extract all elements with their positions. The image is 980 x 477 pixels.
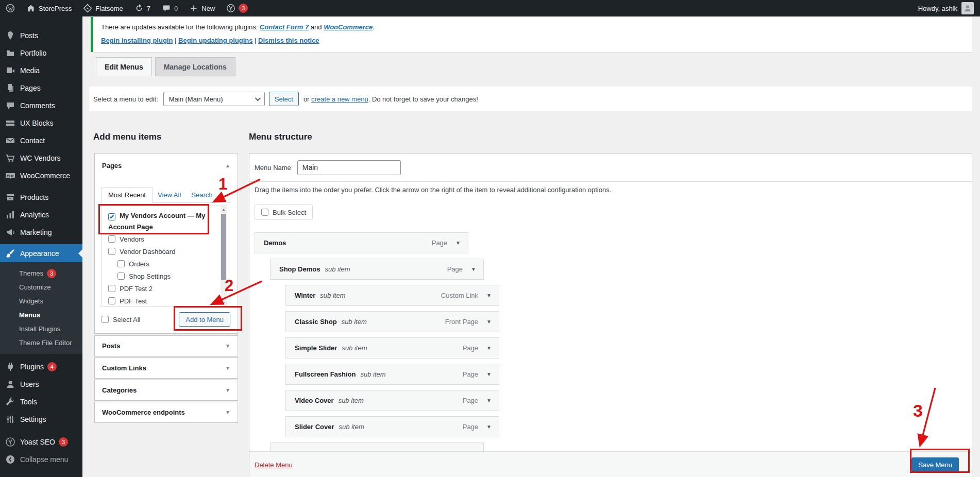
save-menu-button[interactable]: Save Menu — [911, 457, 959, 472]
sidebar-item-analytics[interactable]: Analytics — [0, 206, 82, 224]
sidebar-item-tools[interactable]: Tools — [0, 393, 82, 411]
menu-item-demos[interactable]: Demos Page ▼ — [255, 232, 468, 253]
item-expand-icon[interactable]: ▼ — [486, 319, 492, 325]
yoast-menu[interactable]: 3 — [221, 0, 254, 16]
page-checkbox-shop-settings[interactable]: Shop Settings — [117, 271, 217, 282]
scroll-down-icon[interactable]: ▼ — [221, 300, 227, 306]
page-checkbox-pdf-test[interactable]: PDF Test — [108, 296, 217, 307]
sidebar-item-appearance[interactable]: Appearance — [0, 244, 82, 262]
page-checkbox-vendors[interactable]: Vendors — [108, 234, 217, 245]
page-checkbox-vendor-dashboard[interactable]: Vendor Dashboard — [108, 246, 217, 258]
dismiss-notice-link[interactable]: Dismiss this notice — [258, 37, 319, 44]
accordion-custom-links[interactable]: Custom Links ▼ — [94, 357, 238, 379]
add-to-menu-button[interactable]: Add to Menu — [179, 312, 230, 327]
sidebar-item-yoast-seo[interactable]: Yoast SEO 3 — [0, 433, 82, 451]
begin-updating-plugins-link[interactable]: Begin updating plugins — [178, 37, 252, 44]
admin-sidebar: Posts Portfolio Media Pages Comments UX … — [0, 16, 82, 477]
item-expand-icon[interactable]: ▼ — [486, 398, 492, 403]
sidebar-subitem-widgets[interactable]: Widgets — [0, 294, 82, 308]
pages-panel-header[interactable]: Pages ▲ — [95, 154, 238, 178]
menu-item-simple-slider[interactable]: Simple Slider sub item Page ▼ — [285, 337, 499, 359]
sidebar-item-plugins[interactable]: Plugins 4 — [0, 358, 82, 376]
site-name-label: StorePress — [39, 5, 72, 12]
scrollbar-thumb[interactable] — [221, 214, 226, 280]
sidebar-item-portfolio[interactable]: Portfolio — [0, 44, 82, 62]
create-new-menu-link[interactable]: create a new menu — [311, 95, 368, 103]
menu-item-video-cover[interactable]: Video Cover sub item Page ▼ — [285, 390, 499, 411]
select-all-checkbox[interactable]: Select All — [102, 316, 140, 323]
sidebar-item-woocommerce[interactable]: WooCommerce — [0, 167, 82, 184]
checked-checkbox-icon[interactable]: ✔ — [108, 213, 115, 220]
sidebar-item-ux-blocks[interactable]: UX Blocks — [0, 114, 82, 132]
sidebar-item-settings[interactable]: Settings — [0, 411, 82, 428]
sidebar-item-marketing[interactable]: Marketing — [0, 224, 82, 241]
collapse-menu-button[interactable]: Collapse menu — [0, 451, 82, 468]
item-expand-icon[interactable]: ▼ — [486, 424, 492, 430]
site-name-link[interactable]: StorePress — [21, 0, 77, 16]
wordpress-logo-menu[interactable] — [0, 0, 21, 16]
item-expand-icon[interactable]: ▼ — [471, 266, 476, 272]
menu-item-slider-cover[interactable]: Slider Cover sub item Page ▼ — [285, 416, 499, 437]
sidebar-item-media[interactable]: Media — [0, 62, 82, 79]
user-icon — [5, 379, 15, 389]
sidebar-subitem-theme-file-editor[interactable]: Theme File Editor — [0, 336, 82, 350]
sidebar-item-users[interactable]: Users — [0, 376, 82, 393]
wordpress-logo-icon — [6, 4, 15, 13]
new-content-menu[interactable]: New — [183, 0, 221, 16]
updates-link[interactable]: 7 — [129, 0, 156, 16]
sidebar-subitem-menus[interactable]: Menus — [0, 308, 82, 322]
tab-view-all[interactable]: View All — [153, 188, 186, 202]
sidebar-item-contact[interactable]: Contact — [0, 132, 82, 149]
sidebar-subitem-install-plugins[interactable]: Install Plugins — [0, 322, 82, 336]
sidebar-item-pages[interactable]: Pages — [0, 79, 82, 97]
select-button[interactable]: Select — [269, 92, 299, 106]
home-icon — [26, 4, 36, 13]
cart-icon — [5, 153, 15, 163]
tab-edit-menus[interactable]: Edit Menus — [96, 57, 152, 76]
howdy-account-link[interactable]: Howdy, ashik — [918, 5, 957, 12]
page-checkbox-orders[interactable]: Orders — [117, 259, 217, 270]
pages-checklist: ✔My Vendors Account — My Account Page Ve… — [102, 206, 227, 307]
tab-manage-locations[interactable]: Manage Locations — [155, 57, 235, 76]
menu-item-fullscreen-fashion[interactable]: Fullscreen Fashion sub item Page ▼ — [285, 364, 499, 385]
checklist-scrollbar[interactable]: ▲ ▼ — [221, 206, 227, 306]
item-expand-icon[interactable]: ▼ — [486, 371, 492, 377]
page-checkbox-my-vendors-account[interactable]: ✔My Vendors Account — My Account Page — [108, 210, 217, 233]
item-expand-icon[interactable]: ▼ — [455, 240, 461, 246]
accordion-categories[interactable]: Categories ▼ — [94, 380, 238, 401]
yoast-seo-badge: 3 — [59, 437, 68, 447]
menu-dropdown[interactable]: Main (Main Menu) — [163, 92, 265, 106]
accordion-woocommerce-endpoints[interactable]: WooCommerce endpoints ▼ — [94, 402, 238, 423]
sidebar-item-comments[interactable]: Comments — [0, 97, 82, 114]
menu-item-shop-demos[interactable]: Shop Demos sub item Page ▼ — [270, 259, 484, 280]
item-expand-icon[interactable]: ▼ — [486, 293, 492, 298]
menu-item-winter[interactable]: Winter sub item Custom Link ▼ — [285, 285, 499, 306]
contact-form-7-link[interactable]: Contact Form 7 — [260, 23, 309, 31]
tab-search[interactable]: Search — [186, 188, 217, 202]
bulk-select-checkbox[interactable]: Bulk Select — [255, 205, 313, 220]
sidebar-item-posts[interactable]: Posts — [0, 27, 82, 44]
menu-name-input[interactable] — [297, 160, 401, 175]
products-icon — [5, 192, 15, 202]
delete-menu-link[interactable]: Delete Menu — [255, 461, 293, 469]
tab-most-recent[interactable]: Most Recent — [102, 187, 153, 203]
comment-count: 0 — [174, 5, 178, 12]
item-expand-icon[interactable]: ▼ — [486, 345, 492, 351]
pages-panel-footer: Select All Add to Menu — [102, 312, 230, 327]
portfolio-icon — [5, 48, 15, 58]
sidebar-subitem-themes[interactable]: Themes 3 — [0, 266, 82, 280]
sidebar-item-products[interactable]: Products — [0, 189, 82, 206]
avatar[interactable] — [961, 2, 974, 14]
sidebar-subitem-customize[interactable]: Customize — [0, 280, 82, 294]
begin-installing-plugin-link[interactable]: Begin installing plugin — [101, 37, 173, 44]
scroll-up-icon[interactable]: ▲ — [221, 206, 227, 213]
flatsome-menu[interactable]: Flatsome — [77, 0, 128, 16]
sidebar-item-wc-vendors[interactable]: WC Vendors — [0, 149, 82, 167]
collapse-up-icon[interactable]: ▲ — [225, 163, 230, 168]
accordion-posts[interactable]: Posts ▼ — [94, 335, 238, 356]
woocommerce-link[interactable]: WooCommerce — [324, 23, 373, 31]
comments-link[interactable]: 0 — [156, 0, 183, 16]
page-checkbox-pdf-test-2[interactable]: PDF Test 2 — [108, 283, 217, 295]
menu-select-bar: Select a menu to edit: Main (Main Menu) … — [89, 87, 972, 111]
menu-item-classic-shop[interactable]: Classic Shop sub item Front Page ▼ — [285, 311, 499, 332]
